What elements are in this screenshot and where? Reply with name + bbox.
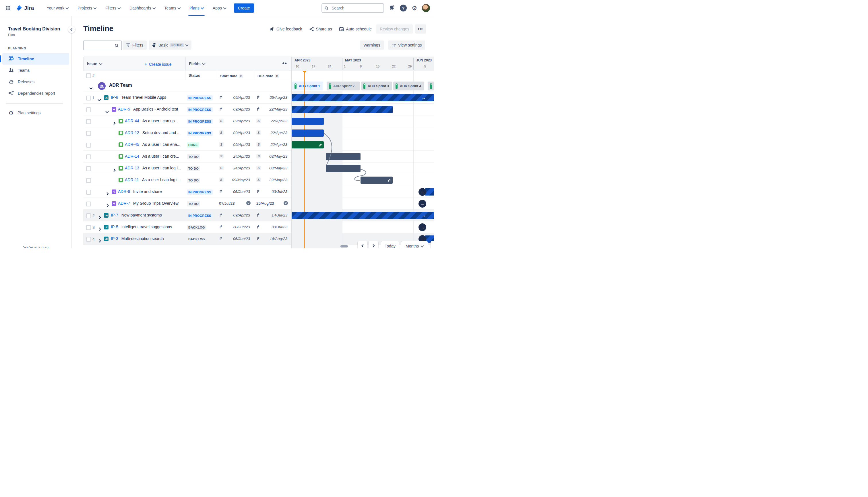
row-checkbox[interactable] bbox=[86, 213, 91, 218]
jump-to-bar-button-adr-7[interactable]: → bbox=[419, 200, 426, 208]
jump-to-bar-button-ip-5[interactable]: → bbox=[419, 223, 426, 231]
nav-item-plans[interactable]: Plans bbox=[185, 0, 207, 16]
row-checkbox[interactable] bbox=[86, 190, 91, 195]
row-checkbox[interactable] bbox=[86, 119, 91, 124]
zoom-level-dropdown[interactable]: Months bbox=[401, 241, 428, 248]
select-all-checkbox[interactable] bbox=[86, 73, 91, 78]
issue-title[interactable]: Invite and share bbox=[133, 189, 162, 194]
start-date-value[interactable]: 09/Apr/23 bbox=[233, 107, 250, 111]
due-date-value[interactable]: 22/Apr/23 bbox=[270, 131, 287, 135]
notifications-bell-icon[interactable] bbox=[389, 5, 395, 11]
sprint-chip-5[interactable]: ADR Sprint 5 bbox=[428, 82, 434, 90]
review-changes-button[interactable]: Review changes bbox=[376, 24, 413, 33]
issue-title[interactable]: New payment systems bbox=[121, 213, 162, 217]
issue-key[interactable]: IP-7 bbox=[111, 213, 118, 217]
table-row-adr-45[interactable]: ADR-45As a user I can ena...DONES09/Apr/… bbox=[83, 139, 291, 151]
help-icon[interactable]: ? bbox=[400, 4, 407, 12]
row-expander[interactable] bbox=[98, 226, 100, 231]
gantt-bar-adr-11[interactable] bbox=[361, 176, 393, 184]
sprint-chip-4[interactable]: ADR Sprint 4 bbox=[393, 82, 424, 90]
status-badge[interactable]: TO DO bbox=[187, 201, 200, 207]
view-settings-button[interactable]: View settings bbox=[388, 41, 425, 50]
status-badge[interactable]: DONE bbox=[187, 142, 199, 147]
jump-to-bar-button-adr-6[interactable]: → bbox=[419, 188, 426, 196]
status-badge[interactable]: IN PROGRESS bbox=[187, 131, 213, 136]
global-search[interactable] bbox=[321, 3, 384, 13]
table-row-ip-5[interactable]: 3LEIP-5Intelligent travel suggestionsBAC… bbox=[83, 222, 291, 233]
row-checkbox[interactable] bbox=[86, 155, 91, 159]
row-expander[interactable] bbox=[98, 238, 100, 243]
gantt-bar-ip-8[interactable] bbox=[292, 94, 434, 101]
table-row-adr-13[interactable]: ADR-13As a user I can log i...TO DOS24/A… bbox=[83, 162, 291, 174]
give-feedback-button[interactable]: Give feedback bbox=[267, 25, 305, 33]
collapse-fields-button[interactable] bbox=[282, 61, 287, 65]
start-date-value[interactable]: 09/Apr/23 bbox=[233, 142, 250, 147]
timeline-search[interactable] bbox=[83, 41, 122, 50]
row-checkbox[interactable] bbox=[86, 143, 91, 147]
table-row-adr-11[interactable]: ADR-11As a user I can log i...TO DOS09/M… bbox=[83, 174, 291, 186]
status-badge[interactable]: TO DO bbox=[187, 166, 200, 171]
table-row-ip-3[interactable]: 4LEIP-3Multi-destination searchBACKLOG↱0… bbox=[83, 233, 291, 245]
nav-item-your-work[interactable]: Your work bbox=[43, 0, 73, 16]
sidebar-item-releases[interactable]: Releases bbox=[2, 76, 69, 88]
team-expander[interactable] bbox=[90, 85, 92, 90]
issue-key[interactable]: ADR-45 bbox=[125, 142, 139, 147]
row-checkbox[interactable] bbox=[86, 225, 91, 230]
issue-title[interactable]: As a user I can up... bbox=[142, 118, 178, 123]
sidebar-item-plan-settings[interactable]: ⚙ Plan settings bbox=[2, 107, 69, 118]
row-expander[interactable] bbox=[98, 97, 100, 102]
issue-key[interactable]: ADR-11 bbox=[125, 178, 139, 182]
filters-button[interactable]: Filters bbox=[122, 41, 147, 50]
start-date-value[interactable]: 09/Apr/23 bbox=[233, 131, 250, 135]
status-badge[interactable]: TO DO bbox=[187, 154, 200, 159]
issue-key[interactable]: IP-6 bbox=[111, 248, 118, 248]
app-switcher-icon[interactable] bbox=[3, 3, 13, 13]
row-checkbox[interactable] bbox=[86, 166, 91, 171]
scroll-prev-button[interactable] bbox=[358, 241, 367, 248]
gantt-bar-adr-12[interactable] bbox=[292, 129, 324, 137]
due-date-value[interactable]: 22/May/23 bbox=[269, 178, 287, 182]
due-date-value[interactable]: 22/May/23 bbox=[269, 107, 287, 111]
clear-date-icon[interactable]: ✕ bbox=[284, 201, 288, 205]
row-expander[interactable] bbox=[106, 203, 108, 208]
clear-date-icon[interactable]: ✕ bbox=[246, 201, 250, 205]
table-row-adr-12[interactable]: ADR-12Setup dev and and ...IN PROGRESSS0… bbox=[83, 127, 291, 139]
timeline-search-input[interactable] bbox=[86, 42, 112, 49]
status-badge[interactable]: TO DO bbox=[187, 178, 200, 183]
row-checkbox[interactable] bbox=[86, 178, 91, 183]
user-avatar[interactable] bbox=[422, 4, 430, 12]
status-badge[interactable]: IN PROGRESS bbox=[187, 107, 213, 112]
row-checkbox[interactable] bbox=[86, 237, 91, 242]
warnings-button[interactable]: Warnings bbox=[360, 41, 384, 50]
row-expander[interactable] bbox=[113, 120, 115, 126]
fields-menu[interactable]: Fields bbox=[189, 61, 205, 66]
table-row-adr-5[interactable]: ADR-5App Basics - Android testIN PROGRES… bbox=[83, 104, 291, 115]
issue-title[interactable]: As a user I can ena... bbox=[142, 142, 180, 147]
table-row-adr-14[interactable]: ADR-14As a user I can cre...TO DOS24/Apr… bbox=[83, 151, 291, 162]
jira-logo[interactable]: Jira bbox=[14, 5, 37, 12]
create-issue-button[interactable]: + Create issue bbox=[144, 61, 172, 67]
due-date-value[interactable]: 08/May/23 bbox=[269, 154, 287, 158]
sidebar-collapse-button[interactable] bbox=[68, 26, 75, 33]
start-date-value[interactable]: 20/Jun/23 bbox=[233, 225, 250, 229]
status-badge[interactable]: IN PROGRESS bbox=[187, 189, 213, 195]
table-row-ip-6[interactable]: 5LEIP-6Performance level-upBACKLOG↱27/Au… bbox=[83, 245, 291, 248]
sidebar-item-dependencies-report[interactable]: Dependencies report bbox=[2, 88, 69, 99]
issue-title[interactable]: My Group Trips Overview bbox=[133, 201, 178, 205]
status-badge[interactable]: BACKLOG bbox=[187, 225, 206, 230]
issue-title[interactable]: Team Travel Mobile Apps bbox=[121, 95, 166, 100]
sidebar-item-timeline[interactable]: Timeline bbox=[2, 53, 69, 65]
row-checkbox[interactable] bbox=[86, 96, 91, 100]
start-date-value[interactable]: 09/Apr/23 bbox=[233, 119, 250, 123]
table-row-adr-6[interactable]: ADR-6Invite and shareIN PROGRESS↱06/Jun/… bbox=[83, 186, 291, 198]
start-date-value[interactable]: 06/Jun/23 bbox=[233, 237, 250, 241]
issue-key[interactable]: ADR-5 bbox=[118, 107, 130, 111]
issue-key[interactable]: IP-3 bbox=[111, 236, 118, 241]
gantt-bar-adr-45[interactable] bbox=[292, 141, 324, 148]
due-date-value[interactable]: 14/Aug/23 bbox=[270, 237, 287, 241]
fullscreen-button[interactable] bbox=[431, 241, 434, 248]
row-expander[interactable] bbox=[106, 109, 108, 114]
sprint-chip-2[interactable]: ADR Sprint 2 bbox=[327, 82, 360, 90]
due-date-value[interactable]: 25/Aug/23 bbox=[256, 201, 274, 205]
row-expander[interactable] bbox=[98, 214, 100, 219]
